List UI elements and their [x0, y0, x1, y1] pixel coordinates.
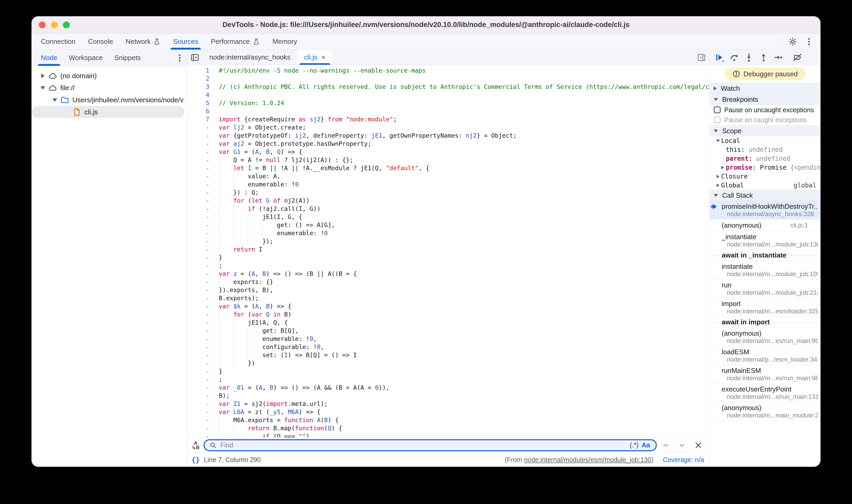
gutter-cell[interactable]: -	[187, 302, 219, 310]
scope-parent-row[interactable]: parent: undefined	[710, 154, 820, 163]
callstack-frame[interactable]: runMainESMnode:internal/m...es/run_main:…	[710, 365, 820, 384]
callstack-frame[interactable]: instantiatenode:internal/m...module_job:…	[710, 261, 820, 280]
gutter-cell[interactable]: -	[187, 367, 219, 376]
tree-item-file-[interactable]: file://	[32, 82, 184, 94]
callstack-frame[interactable]: promiseInitHookWithDestroyTr...node:inte…	[710, 201, 820, 219]
callstack-section-header[interactable]: Call Stack	[710, 190, 820, 201]
gutter-cell[interactable]: -	[187, 262, 219, 270]
callstack-frame[interactable]: (anonymous)cli.js:1	[710, 219, 820, 231]
sourcemap-origin-link[interactable]: node:internal/modules/esm/module_job:130	[524, 456, 651, 463]
tab-connection[interactable]: Connection	[35, 34, 82, 50]
checkbox[interactable]	[714, 116, 721, 123]
pretty-print-button[interactable]: {}	[192, 456, 200, 464]
toggle-left-sidebar-button[interactable]	[187, 50, 202, 65]
close-tab-icon[interactable]: ×	[321, 54, 326, 61]
tree-item-cli-js[interactable]: cli.js	[32, 106, 184, 118]
find-input[interactable]	[220, 441, 627, 449]
coverage-link[interactable]: Coverage: n/a	[663, 456, 704, 464]
gutter-cell[interactable]: -	[187, 408, 219, 416]
gutter-cell[interactable]: 3	[187, 83, 219, 91]
code-editor[interactable]: 1#!/usr/bin/env -S node --no-warnings --…	[187, 65, 709, 437]
gutter-cell[interactable]: -	[187, 424, 219, 432]
sidebar-more-button[interactable]	[174, 52, 185, 64]
gutter-cell[interactable]: -	[187, 246, 219, 254]
close-find-bar-button[interactable]	[691, 439, 706, 452]
replace-toggle-button[interactable]: A ↳B	[190, 441, 202, 450]
gutter-cell[interactable]: -	[187, 213, 219, 221]
tab-sources[interactable]: Sources	[167, 34, 205, 50]
gutter-cell[interactable]: -	[187, 140, 219, 148]
gutter-cell[interactable]: -	[187, 278, 219, 286]
resume-button[interactable]	[713, 51, 726, 64]
gutter-cell[interactable]: -	[187, 359, 219, 367]
gutter-cell[interactable]: -	[187, 294, 219, 302]
gutter-cell[interactable]: 5	[187, 99, 219, 107]
gutter-cell[interactable]: -	[187, 400, 219, 408]
gutter-cell[interactable]: -	[187, 237, 219, 246]
sidebar-tab-snippets[interactable]: Snippets	[109, 50, 147, 66]
gutter-cell[interactable]: -	[187, 432, 219, 437]
callstack-frame[interactable]: _instantiatenode:internal/m...module_job…	[710, 231, 820, 250]
step-over-button[interactable]	[727, 51, 741, 64]
scope-local-row[interactable]: Local	[710, 136, 820, 145]
step-button[interactable]	[771, 51, 785, 64]
gutter-cell[interactable]: -	[187, 172, 219, 180]
gutter-cell[interactable]: -	[187, 270, 219, 278]
gutter-cell[interactable]: -	[187, 286, 219, 294]
find-next-button[interactable]	[675, 439, 689, 452]
sidebar-tab-workspace[interactable]: Workspace	[63, 50, 109, 66]
find-previous-button[interactable]	[658, 439, 673, 452]
scope-section-header[interactable]: Scope	[710, 125, 820, 136]
gutter-cell[interactable]: 6	[187, 107, 219, 115]
deactivate-breakpoints-button[interactable]	[791, 51, 804, 64]
editor-tab-node-internal-async-hooks[interactable]: node:internal/async_hooks	[202, 50, 297, 65]
scope-closure-row[interactable]: Closure	[710, 172, 820, 181]
callstack-frame[interactable]: runnode:internal/m...module_job:214	[710, 280, 820, 298]
gutter-cell[interactable]: -	[187, 197, 219, 205]
gutter-cell[interactable]: -	[187, 351, 219, 359]
gutter-cell[interactable]: -	[187, 180, 219, 188]
match-case-toggle[interactable]: Aa	[642, 441, 650, 449]
tab-memory[interactable]: Memory	[266, 34, 303, 50]
checkbox[interactable]	[714, 106, 721, 113]
callstack-frame[interactable]: loadESMnode:internal/p.../esm_loader:34	[710, 346, 820, 365]
callstack-frame[interactable]: (anonymous)node:internal/m...es/run_main…	[710, 328, 820, 346]
gutter-cell[interactable]: -	[187, 156, 219, 164]
sidebar-tab-node[interactable]: Node	[35, 50, 63, 66]
settings-button[interactable]	[786, 35, 800, 49]
breakpoint-option[interactable]: Pause on caught exceptions	[710, 115, 820, 125]
gutter-cell[interactable]: 7	[187, 115, 219, 124]
tab-network[interactable]: Network	[119, 34, 167, 50]
step-out-button[interactable]	[757, 51, 770, 64]
tree-item--no-domain-[interactable]: (no domain)	[32, 70, 184, 82]
gutter-cell[interactable]: 2	[187, 75, 219, 83]
gutter-cell[interactable]: -	[187, 164, 219, 172]
more-options-button[interactable]	[802, 35, 816, 49]
tree-item-users-jinhuilee-nvm-versions-node-v2-[interactable]: Users/jinhuilee/.nvm/versions/node/v2...	[32, 94, 184, 106]
callstack-frame[interactable]: importnode:internal/m...esm/loader:329	[710, 298, 820, 317]
gutter-cell[interactable]: -	[187, 327, 219, 335]
callstack-frame[interactable]: executeUserEntryPointnode:internal/m...s…	[710, 384, 820, 402]
gutter-cell[interactable]: -	[187, 384, 219, 392]
tab-console[interactable]: Console	[82, 34, 119, 50]
scope-global-row[interactable]: Global global	[710, 181, 820, 190]
gutter-cell[interactable]: -	[187, 254, 219, 262]
callstack-frame[interactable]: (anonymous)node:internal/m...main_module…	[710, 402, 820, 421]
breakpoint-option[interactable]: Pause on uncaught exceptions	[710, 105, 820, 115]
gutter-cell[interactable]: -	[187, 343, 219, 351]
gutter-cell[interactable]: -	[187, 221, 219, 229]
gutter-cell[interactable]: 1	[187, 67, 219, 75]
gutter-cell[interactable]: -	[187, 376, 219, 384]
gutter-cell[interactable]: -	[187, 132, 219, 140]
tab-performance[interactable]: Performance	[205, 34, 266, 50]
gutter-cell[interactable]: 4	[187, 91, 219, 99]
scope-this-row[interactable]: this: undefined	[710, 145, 820, 154]
gutter-cell[interactable]: -	[187, 392, 219, 400]
watch-section-header[interactable]: Watch	[710, 83, 820, 94]
gutter-cell[interactable]: -	[187, 319, 219, 327]
gutter-cell[interactable]: -	[187, 205, 219, 213]
step-into-button[interactable]	[742, 51, 756, 64]
breakpoints-section-header[interactable]: Breakpoints	[710, 94, 820, 105]
scope-promise-row[interactable]: promise: Promise {<pending>}	[710, 163, 820, 172]
toggle-right-panel-button[interactable]	[695, 51, 708, 64]
